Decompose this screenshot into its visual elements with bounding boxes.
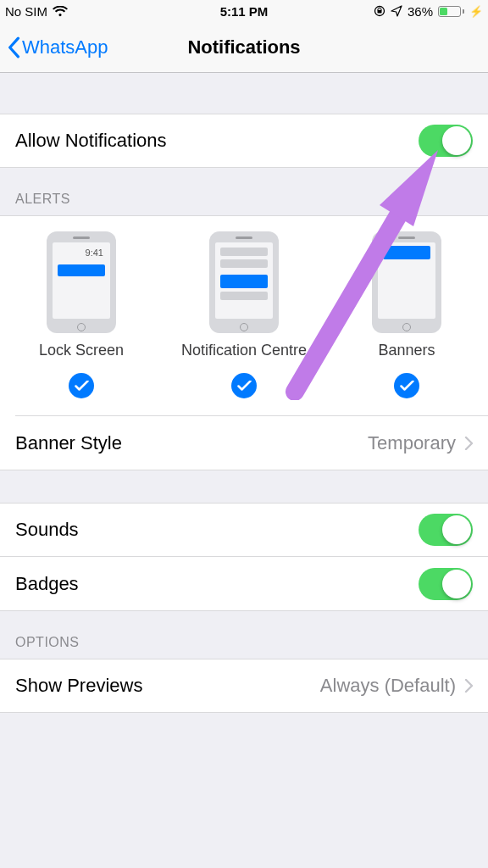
charging-icon: ⚡	[469, 5, 483, 18]
rotation-lock-icon	[374, 5, 385, 17]
back-button[interactable]: WhatsApp	[0, 36, 108, 58]
back-label: WhatsApp	[22, 36, 108, 58]
show-previews-label: Show Previews	[15, 675, 142, 697]
check-icon	[394, 373, 419, 398]
check-icon	[69, 373, 94, 398]
banner-style-value: Temporary	[368, 432, 456, 454]
check-icon	[231, 373, 257, 398]
battery-icon	[438, 6, 464, 17]
allow-notifications-toggle[interactable]	[419, 125, 473, 157]
alerts-block: 9:41 Lock Screen Not	[0, 215, 488, 470]
section-header-options: OPTIONS	[0, 611, 488, 659]
chevron-right-icon	[464, 679, 473, 693]
section-header-alerts: ALERTS	[0, 168, 488, 215]
sounds-label: Sounds	[15, 519, 79, 541]
alert-option-banners[interactable]: Banners	[335, 231, 479, 398]
allow-notifications-label: Allow Notifications	[15, 130, 167, 152]
location-icon	[391, 5, 402, 17]
badges-label: Badges	[15, 573, 79, 595]
wifi-icon	[53, 6, 68, 17]
nav-bar: WhatsApp Notifications	[0, 22, 488, 73]
alert-option-lock-screen[interactable]: 9:41 Lock Screen	[9, 231, 153, 398]
lock-screen-phone-icon: 9:41	[47, 231, 116, 333]
sounds-toggle[interactable]	[419, 514, 473, 546]
battery-pct: 36%	[408, 4, 433, 19]
banners-phone-icon	[372, 231, 441, 333]
chevron-right-icon	[464, 437, 473, 450]
alert-option-notification-centre[interactable]: Notification Centre	[172, 231, 316, 398]
show-previews-value: Always (Default)	[320, 675, 456, 697]
banner-style-row[interactable]: Banner Style Temporary	[0, 416, 488, 470]
svg-rect-1	[377, 10, 381, 14]
banner-style-label: Banner Style	[15, 432, 122, 454]
clock: 5:11 PM	[220, 4, 269, 19]
sounds-row[interactable]: Sounds	[0, 503, 488, 557]
carrier-text: No SIM	[5, 4, 47, 19]
page-title: Notifications	[187, 36, 300, 58]
show-previews-row[interactable]: Show Previews Always (Default)	[0, 659, 488, 713]
allow-notifications-row[interactable]: Allow Notifications	[0, 114, 488, 168]
notification-centre-phone-icon	[209, 231, 279, 333]
badges-toggle[interactable]	[419, 568, 473, 600]
badges-row[interactable]: Badges	[0, 557, 488, 611]
status-bar: No SIM 5:11 PM 36% ⚡	[0, 0, 488, 22]
